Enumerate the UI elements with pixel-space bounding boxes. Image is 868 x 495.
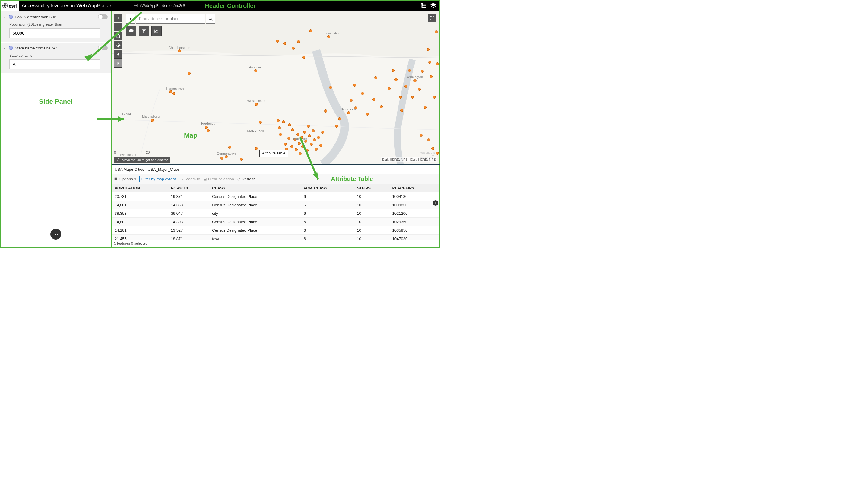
state-input[interactable] [10, 59, 100, 69]
city-dot[interactable] [347, 111, 350, 114]
column-header[interactable]: POPULATION [111, 184, 168, 192]
city-dot[interactable] [298, 142, 301, 145]
city-dot[interactable] [436, 152, 439, 155]
city-dot[interactable] [284, 143, 287, 146]
city-dot[interactable] [392, 69, 395, 72]
city-dot[interactable] [282, 120, 285, 123]
city-dot[interactable] [324, 109, 327, 113]
city-dot[interactable] [276, 39, 279, 42]
city-dot[interactable] [288, 123, 291, 126]
column-header[interactable]: POP_CLASS [301, 184, 354, 192]
filter-toggle[interactable] [98, 15, 108, 19]
city-dot[interactable] [408, 69, 411, 72]
city-dot[interactable] [433, 96, 436, 99]
city-dot[interactable] [315, 148, 317, 151]
table-row[interactable]: 20,73119,371Census Designated Place61010… [111, 192, 439, 201]
city-dot[interactable] [291, 145, 293, 148]
table-row[interactable]: 14,80114,353Census Designated Place61010… [111, 201, 439, 209]
city-dot[interactable] [321, 131, 324, 134]
city-dot[interactable] [380, 105, 383, 108]
city-dot[interactable] [431, 147, 434, 150]
column-header[interactable]: CLASS [209, 184, 300, 192]
city-dot[interactable] [283, 42, 286, 45]
table-row[interactable]: 38,35336,047city6101021200 [111, 209, 439, 218]
filter-by-extent-button[interactable]: Filter by map extent [139, 176, 178, 182]
city-dot[interactable] [240, 158, 243, 161]
city-dot[interactable] [279, 133, 282, 136]
map[interactable]: LancasterChambersburgHanoverWilmingtonHa… [111, 12, 439, 165]
filter-toggle[interactable] [98, 46, 108, 50]
add-column-button[interactable]: + [433, 200, 438, 206]
layers-button[interactable] [429, 1, 438, 10]
bookmarks-widget[interactable] [126, 26, 136, 36]
population-input[interactable] [10, 28, 100, 38]
city-dot[interactable] [277, 119, 280, 122]
city-dot[interactable] [302, 56, 305, 59]
table-row[interactable]: 21,45618,871town6101047030 [111, 235, 439, 240]
table-row[interactable]: 14,18113,527Census Designated Place61010… [111, 226, 439, 235]
city-dot[interactable] [207, 129, 210, 132]
city-dot[interactable] [296, 133, 299, 136]
city-dot[interactable] [427, 48, 430, 51]
city-dot[interactable] [430, 75, 433, 78]
coordinate-bar[interactable]: Move mouse to get coordinates [114, 157, 170, 163]
city-dot[interactable] [338, 117, 341, 120]
chart-widget[interactable] [151, 26, 162, 36]
city-dot[interactable] [278, 126, 281, 130]
city-dot[interactable] [288, 137, 291, 140]
column-header[interactable]: PLACEFIPS [389, 184, 439, 192]
city-dot[interactable] [259, 121, 262, 124]
city-dot[interactable] [312, 130, 315, 133]
city-dot[interactable] [301, 145, 304, 148]
city-dot[interactable] [169, 90, 172, 93]
city-dot[interactable] [307, 124, 310, 127]
locate-button[interactable] [114, 41, 122, 50]
city-dot[interactable] [178, 50, 181, 52]
city-dot[interactable] [309, 29, 312, 32]
city-dot[interactable] [404, 85, 407, 88]
city-dot[interactable] [374, 76, 377, 79]
city-dot[interactable] [308, 134, 311, 137]
city-dot[interactable] [366, 113, 369, 116]
city-dot[interactable] [419, 134, 422, 137]
city-dot[interactable] [387, 87, 390, 90]
city-dot[interactable] [395, 78, 398, 81]
search-source-dropdown[interactable]: ▾ [126, 14, 135, 23]
prev-extent-button[interactable] [114, 50, 122, 58]
city-dot[interactable] [225, 155, 228, 158]
city-dot[interactable] [327, 35, 330, 38]
city-dot[interactable] [297, 40, 300, 43]
city-dot[interactable] [335, 124, 338, 127]
home-button[interactable] [114, 32, 122, 40]
chevron-down-icon[interactable]: ▾ [4, 47, 7, 50]
city-dot[interactable] [291, 128, 294, 131]
city-dot[interactable] [424, 106, 427, 109]
refresh-button[interactable]: Refresh [237, 177, 256, 181]
zoom-in-button[interactable]: + [114, 14, 122, 22]
search-input[interactable] [136, 14, 205, 23]
table-row[interactable]: 14,80214,303Census Designated Place61010… [111, 218, 439, 226]
city-dot[interactable] [411, 96, 414, 99]
zoom-out-button[interactable]: − [114, 23, 122, 31]
city-dot[interactable] [436, 63, 439, 66]
city-dot[interactable] [255, 147, 258, 150]
column-header[interactable]: POP2010 [168, 184, 209, 192]
city-dot[interactable] [414, 79, 417, 82]
search-button[interactable] [206, 14, 215, 23]
city-dot[interactable] [317, 136, 320, 139]
fullscreen-button[interactable] [428, 14, 436, 22]
city-dot[interactable] [353, 84, 356, 87]
city-dot[interactable] [319, 144, 323, 147]
city-dot[interactable] [435, 31, 438, 33]
city-dot[interactable] [306, 149, 309, 152]
city-dot[interactable] [295, 148, 298, 151]
city-dot[interactable] [421, 70, 424, 73]
city-dot[interactable] [428, 61, 431, 64]
city-dot[interactable] [313, 138, 316, 141]
city-dot[interactable] [172, 92, 175, 95]
city-dot[interactable] [303, 131, 306, 134]
city-dot[interactable] [255, 103, 258, 106]
chevron-down-icon[interactable]: ▾ [4, 15, 7, 19]
city-dot[interactable] [418, 88, 421, 91]
city-dot[interactable] [329, 86, 332, 89]
